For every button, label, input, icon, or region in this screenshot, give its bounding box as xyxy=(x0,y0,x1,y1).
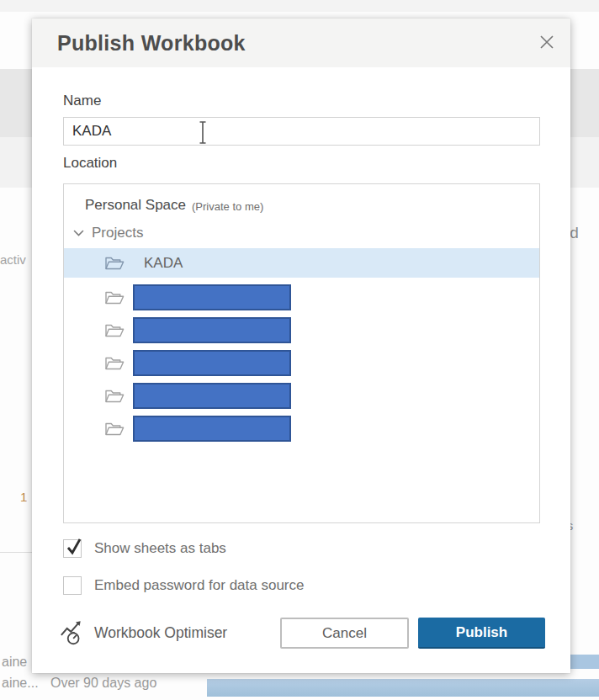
workbook-optimizer-link[interactable]: Workbook Optimiser xyxy=(59,619,227,646)
checkbox[interactable] xyxy=(63,576,82,595)
tree-item-project-redacted[interactable] xyxy=(64,416,539,442)
personal-space-note: (Private to me) xyxy=(192,199,263,213)
checkbox[interactable] xyxy=(63,539,82,558)
tree-item-project-redacted[interactable] xyxy=(64,284,539,310)
workbook-optimizer-label: Workbook Optimiser xyxy=(94,624,227,642)
close-icon xyxy=(537,32,557,56)
publish-button[interactable]: Publish xyxy=(418,618,545,649)
background-partial-text: aine... xyxy=(2,676,39,691)
embed-password-option[interactable]: Embed password for data source xyxy=(63,576,304,595)
background-top-strip xyxy=(0,0,599,12)
name-input[interactable]: KADA xyxy=(63,117,540,146)
redaction-box xyxy=(133,317,291,343)
text-cursor-icon xyxy=(197,120,209,148)
show-sheets-as-tabs-option[interactable]: Show sheets as tabs xyxy=(63,539,226,558)
dialog-header: Publish Workbook xyxy=(32,19,570,67)
background-highlight-bar xyxy=(207,679,599,697)
tree-item-projects[interactable]: Projects xyxy=(64,218,539,248)
option-label: Show sheets as tabs xyxy=(94,540,226,557)
projects-label: Projects xyxy=(92,225,143,241)
option-label: Embed password for data source xyxy=(94,577,304,594)
check-icon xyxy=(66,537,84,557)
background-partial-text: activ xyxy=(0,252,26,267)
background-page-number: 1 xyxy=(20,490,27,504)
background-partial-text: aine xyxy=(2,655,27,670)
tree-item-project-redacted[interactable] xyxy=(64,383,539,409)
tree-item-project-redacted[interactable] xyxy=(64,317,539,343)
dialog-footer: Workbook Optimiser Cancel Publish xyxy=(32,618,570,650)
chevron-down-icon xyxy=(73,229,84,237)
tree-item-personal-space[interactable]: Personal Space (Private to me) xyxy=(64,193,539,218)
cancel-button[interactable]: Cancel xyxy=(280,618,409,649)
background-divider xyxy=(0,552,32,553)
publish-workbook-dialog: Publish Workbook Name KADA Location xyxy=(32,19,570,673)
open-folder-icon xyxy=(104,388,125,405)
background-timestamp: Over 90 days ago xyxy=(50,676,156,691)
redaction-box xyxy=(133,284,291,310)
name-label: Name xyxy=(63,93,101,109)
open-folder-icon xyxy=(104,355,125,372)
redaction-box xyxy=(133,416,291,442)
redaction-box xyxy=(133,383,291,409)
tree-item-project-kada[interactable]: KADA xyxy=(64,248,539,278)
open-folder-icon xyxy=(104,255,125,272)
personal-space-label: Personal Space xyxy=(85,197,186,214)
location-label: Location xyxy=(63,155,117,172)
folder-name: KADA xyxy=(144,255,183,272)
screen: and activ 1 ays aine aine... Over 90 day… xyxy=(0,0,599,700)
dialog-title: Publish Workbook xyxy=(57,31,246,56)
redaction-box xyxy=(133,350,291,376)
open-folder-icon xyxy=(104,421,125,438)
workbook-optimizer-icon xyxy=(59,619,86,646)
open-folder-icon xyxy=(104,289,125,306)
tree-item-project-redacted[interactable] xyxy=(64,350,539,376)
location-listbox: Personal Space (Private to me) Projects xyxy=(63,183,540,523)
open-folder-icon xyxy=(104,322,125,339)
background-highlight-bar xyxy=(570,655,599,669)
close-button[interactable] xyxy=(535,32,559,56)
name-input-value: KADA xyxy=(72,123,111,140)
